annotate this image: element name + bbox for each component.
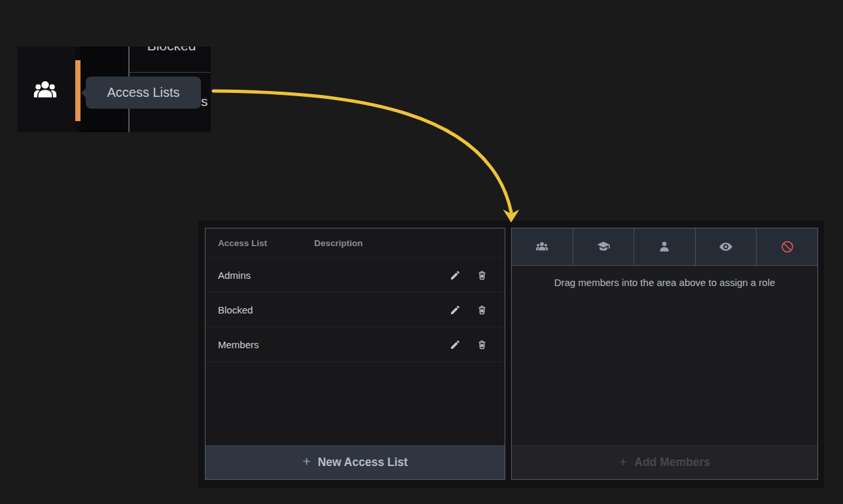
trash-icon[interactable] [476,304,488,315]
tooltip-caret [81,88,86,98]
members-panel: Drag members into the area above to assi… [511,228,818,480]
table-row[interactable]: Blocked [206,293,505,327]
new-access-list-button[interactable]: + New Access List [206,445,505,479]
eye-icon [719,240,733,254]
table-row[interactable]: Members [206,327,505,362]
members-drop-area[interactable] [512,288,817,445]
role-moderator-dropzone[interactable] [573,228,635,265]
role-member-dropzone[interactable] [634,228,696,265]
column-access-list: Access List [206,238,314,248]
ban-icon [780,240,795,254]
access-list-name: Members [206,339,450,350]
table-row[interactable]: Admins [206,258,505,293]
person-icon [657,240,672,254]
table-header: Access List Description [206,228,505,258]
new-access-list-label: New Access List [317,456,407,469]
pencil-icon[interactable] [450,339,461,350]
trash-icon[interactable] [476,270,488,281]
role-admin-dropzone[interactable] [512,228,573,265]
role-drop-targets [512,228,817,266]
role-viewer-dropzone[interactable] [696,228,757,265]
pencil-icon[interactable] [450,304,461,315]
add-members-label: Add Members [634,456,710,469]
access-list-panel: Access List Description Admins Blocked [205,228,505,480]
pencil-icon[interactable] [450,270,461,281]
plus-icon: + [302,454,310,469]
plus-icon: + [619,454,627,470]
empty-area [206,362,505,445]
access-list-name: Admins [206,270,450,281]
tooltip-label: Access Lists [107,85,179,100]
drag-members-hint: Drag members into the area above to assi… [512,277,817,288]
active-indicator-bar [75,60,81,121]
row-separator [130,72,211,73]
role-banned-dropzone[interactable] [757,228,817,265]
group-icon[interactable] [30,77,60,103]
partial-row-blocked: Blocked [132,46,211,54]
group-icon [535,240,549,254]
column-description: Description [314,238,363,248]
graduation-cap-icon [596,240,611,254]
access-lists-tooltip: Access Lists [86,77,201,109]
trash-icon[interactable] [476,339,488,350]
access-list-name: Blocked [206,304,450,315]
add-members-button[interactable]: + Add Members [512,445,817,479]
